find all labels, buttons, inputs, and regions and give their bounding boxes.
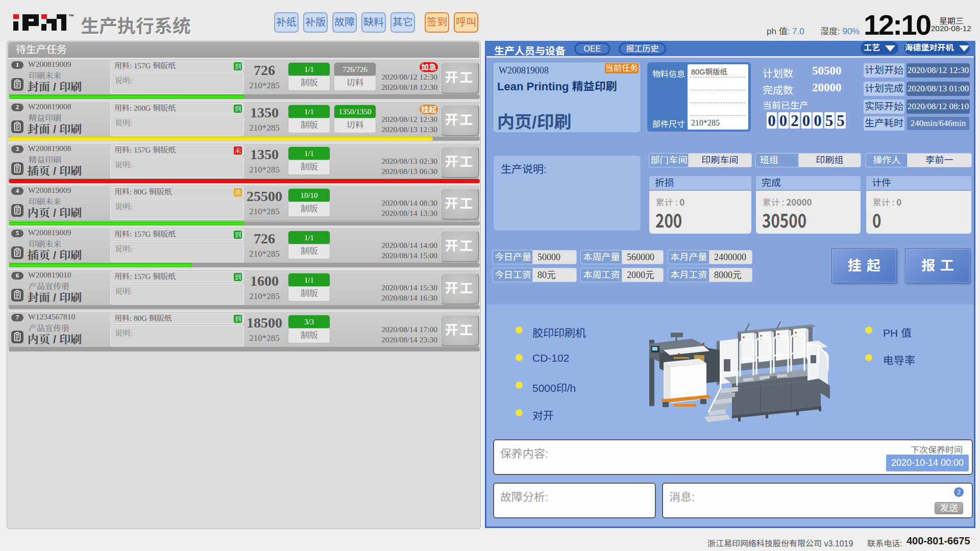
svg-text:™: ™ <box>68 13 74 19</box>
